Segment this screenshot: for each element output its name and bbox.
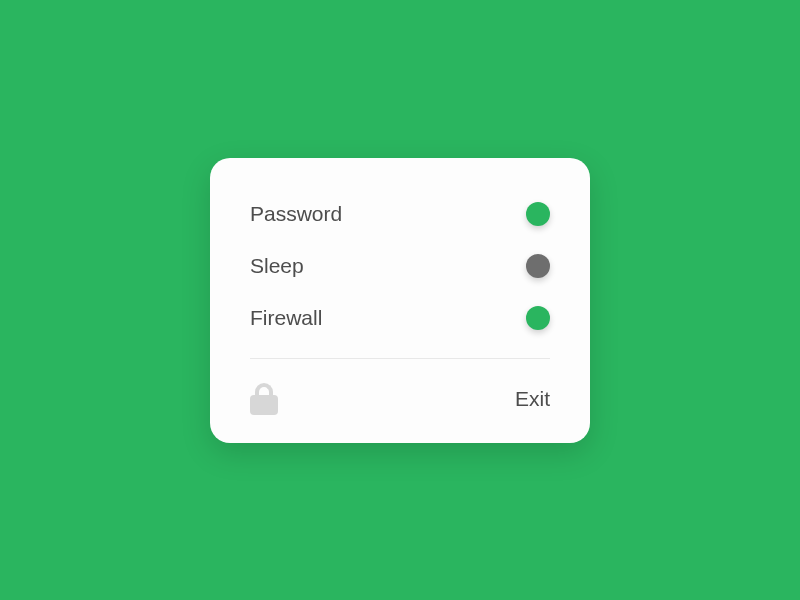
exit-button[interactable]: Exit bbox=[515, 387, 550, 411]
settings-card: Password Sleep Firewall Exit bbox=[210, 158, 590, 443]
setting-label: Firewall bbox=[250, 306, 322, 330]
setting-row-sleep: Sleep bbox=[210, 240, 590, 292]
password-toggle-indicator[interactable] bbox=[526, 202, 550, 226]
card-footer: Exit bbox=[210, 359, 590, 443]
firewall-toggle-indicator[interactable] bbox=[526, 306, 550, 330]
setting-row-firewall: Firewall bbox=[210, 292, 590, 344]
setting-label: Sleep bbox=[250, 254, 304, 278]
sleep-toggle-indicator[interactable] bbox=[526, 254, 550, 278]
setting-label: Password bbox=[250, 202, 342, 226]
lock-icon[interactable] bbox=[250, 383, 278, 415]
setting-row-password: Password bbox=[210, 188, 590, 240]
